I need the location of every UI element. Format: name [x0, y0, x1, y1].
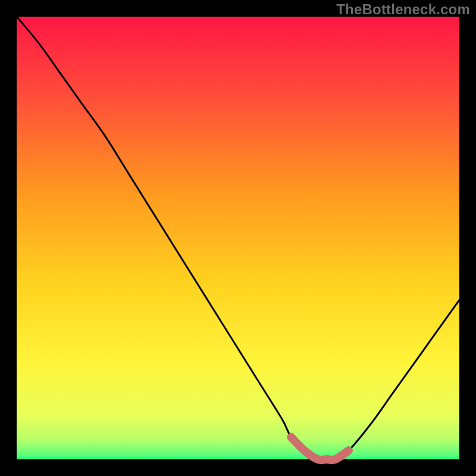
- chart-svg: [0, 0, 476, 476]
- watermark-text: TheBottleneck.com: [336, 1, 470, 18]
- chart-stage: TheBottleneck.com: [0, 0, 476, 476]
